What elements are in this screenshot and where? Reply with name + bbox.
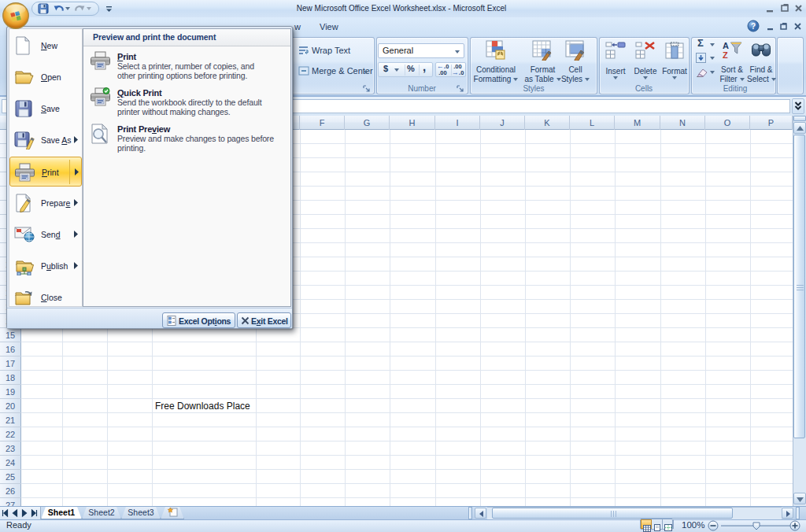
column-header-N[interactable]: N <box>660 116 705 130</box>
restore-icon[interactable] <box>782 4 789 11</box>
wrap-text-button[interactable]: Wrap Text <box>312 46 350 55</box>
decrease-decimal-button[interactable]: .00→.0 <box>450 62 465 77</box>
formula-bar-expand-button[interactable] <box>792 98 804 114</box>
insert-cells-button[interactable]: Insert <box>601 39 630 93</box>
row-header-20[interactable]: 20 <box>0 399 20 413</box>
prev-sheet-button[interactable] <box>12 509 19 517</box>
exit-excel-button[interactable]: Exit Excel <box>237 312 291 328</box>
redo-icon[interactable] <box>74 3 86 14</box>
column-header-G[interactable]: G <box>345 116 390 130</box>
menu-item-save[interactable]: Save <box>9 94 82 124</box>
clear-button[interactable] <box>696 66 716 78</box>
sort-filter-button[interactable]: AZSort &Filter <box>717 39 747 93</box>
ribbon-empty-panel <box>777 37 804 94</box>
number-format-dropdown-icon[interactable] <box>455 50 460 54</box>
column-header-L[interactable]: L <box>570 116 615 130</box>
accounting-format-button[interactable]: $ <box>379 62 405 77</box>
column-header-K[interactable]: K <box>525 116 570 130</box>
office-button[interactable] <box>2 2 29 29</box>
row-header-16[interactable]: 16 <box>0 342 20 357</box>
row-header-15[interactable]: 15 <box>0 328 20 342</box>
tab-view[interactable]: View <box>320 22 338 31</box>
hscroll-thumb[interactable] <box>492 508 733 519</box>
customize-qat-button[interactable] <box>104 3 114 15</box>
row-header-25[interactable]: 25 <box>0 470 20 484</box>
hscroll-right-button[interactable] <box>782 508 793 519</box>
page-layout-view-button[interactable] <box>652 519 663 529</box>
column-header-I[interactable]: I <box>435 116 480 130</box>
dialog-launcher-icon[interactable] <box>457 85 464 93</box>
row-header-19[interactable]: 19 <box>0 385 20 399</box>
percent-style-button[interactable]: % <box>405 62 419 77</box>
vscroll-split-handle[interactable] <box>793 116 806 121</box>
cell-d20-text[interactable]: Free Downloads Place <box>155 399 250 413</box>
menu-item-new[interactable]: New <box>9 31 82 61</box>
zoom-in-button[interactable] <box>790 521 800 530</box>
increase-decimal-button[interactable]: ←.0.00 <box>435 62 450 77</box>
hscroll-split-left[interactable] <box>468 507 472 519</box>
zoom-out-button[interactable] <box>708 521 718 530</box>
zoom-level-label[interactable]: 100% <box>682 520 704 530</box>
row-header-18[interactable]: 18 <box>0 371 20 385</box>
redo-dropdown-icon[interactable] <box>87 7 91 10</box>
tab-sheet2[interactable]: Sheet2 <box>82 507 121 519</box>
submenu-item-print-preview[interactable]: Print PreviewPreview and make changes to… <box>85 123 288 158</box>
menu-item-publish[interactable]: Publish <box>9 251 82 281</box>
vscroll-down-button[interactable] <box>793 493 806 504</box>
dialog-launcher-icon[interactable] <box>363 85 371 93</box>
close-icon[interactable] <box>796 6 801 11</box>
zoom-slider-thumb[interactable] <box>753 523 760 530</box>
last-sheet-button[interactable] <box>31 509 38 517</box>
column-header-O[interactable]: O <box>705 116 750 130</box>
menu-item-open[interactable]: Open <box>9 62 82 92</box>
row-header-26[interactable]: 26 <box>0 484 20 498</box>
menu-item-save-as[interactable]: Save As <box>9 125 82 155</box>
column-header-M[interactable]: M <box>615 116 660 130</box>
format-cells-button[interactable]: Format <box>660 39 689 93</box>
excel-options-button[interactable]: Excel Options <box>162 312 235 328</box>
delete-cells-button[interactable]: Delete <box>630 39 660 93</box>
format-as-table-button[interactable]: Formatas Table <box>521 39 564 93</box>
workbook-restore-icon[interactable] <box>781 23 787 29</box>
merge-center-dropdown-icon[interactable] <box>364 71 368 74</box>
save-icon[interactable] <box>38 3 49 14</box>
vscroll-up-button[interactable] <box>793 122 806 134</box>
tab-sheet3[interactable]: Sheet3 <box>121 507 161 519</box>
undo-dropdown-icon[interactable] <box>65 7 70 10</box>
autosum-button[interactable]: Σ <box>696 39 716 50</box>
submenu-item-quick-print[interactable]: Quick PrintSend the workbook directly to… <box>85 87 288 122</box>
workbook-minimize-icon[interactable] <box>767 28 773 30</box>
column-header-F[interactable]: F <box>300 116 345 130</box>
conditional-formatting-button[interactable]: ConditionalFormatting <box>471 39 520 93</box>
comma-style-button[interactable]: , <box>420 62 431 77</box>
tab-review-partial[interactable]: w <box>294 22 301 31</box>
fill-button[interactable] <box>696 52 716 64</box>
vscroll-thumb[interactable] <box>793 135 805 438</box>
minimize-icon[interactable] <box>767 10 773 12</box>
column-header-P[interactable]: P <box>750 116 793 130</box>
menu-item-prepare[interactable]: Prepare <box>9 188 82 218</box>
submenu-item-print[interactable]: PrintSelect a printer, number of copies,… <box>85 50 288 86</box>
hscroll-left-button[interactable] <box>475 508 486 519</box>
undo-icon[interactable] <box>53 3 65 14</box>
next-sheet-button[interactable] <box>21 509 28 517</box>
row-header-23[interactable]: 23 <box>0 441 20 456</box>
row-header-22[interactable]: 22 <box>0 427 20 441</box>
find-select-button[interactable]: Find &Select <box>747 39 775 93</box>
workbook-close-icon[interactable] <box>795 24 800 29</box>
menu-item-send[interactable]: Send <box>9 220 82 249</box>
column-header-J[interactable]: J <box>480 116 525 130</box>
help-icon[interactable]: ? <box>748 20 759 31</box>
tab-sheet1[interactable]: Sheet1 <box>41 507 82 519</box>
row-header-21[interactable]: 21 <box>0 413 20 427</box>
row-header-24[interactable]: 24 <box>0 456 20 470</box>
hscroll-split-right[interactable] <box>796 507 800 519</box>
cell-styles-button[interactable]: CellStyles <box>560 39 591 93</box>
row-header-17[interactable]: 17 <box>0 357 20 371</box>
first-sheet-button[interactable] <box>2 509 9 517</box>
normal-view-button[interactable] <box>641 519 652 529</box>
column-header-H[interactable]: H <box>390 116 435 130</box>
number-format-combo[interactable]: General <box>378 43 464 58</box>
menu-item-print[interactable]: Print <box>9 157 82 187</box>
page-break-view-button[interactable] <box>663 519 674 529</box>
